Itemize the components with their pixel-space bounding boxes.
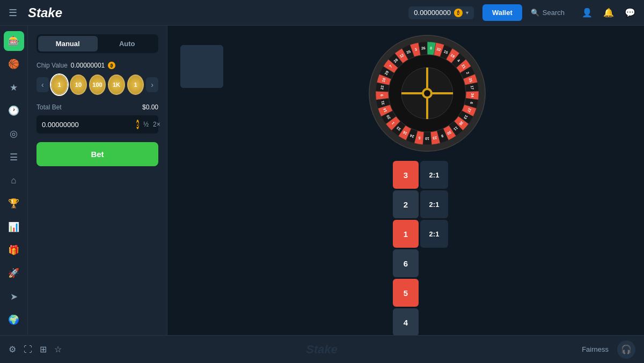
sidebar-item-promotions[interactable]: ◎ [4, 124, 24, 144]
svg-text:0: 0 [430, 46, 433, 50]
trophy-icon: 🏆 [8, 198, 19, 209]
sidebar-item-ranking[interactable]: 📊 [4, 217, 24, 237]
ratio-row2[interactable]: 2:1 [420, 190, 448, 218]
double-button[interactable]: 2× [153, 121, 160, 128]
btc-icon-chip: ₿ [108, 62, 115, 69]
sidebar-item-history[interactable]: 🕐 [4, 101, 24, 121]
ratio-col: 2:1 2:1 2:1 [420, 161, 448, 335]
placeholder-box [180, 45, 223, 88]
stats-icon[interactable]: ⊞ [40, 344, 47, 354]
number-cols: 3216549871211101514131817162120192423222… [393, 161, 419, 335]
roulette-board: 0321519421225173462713361130823105241633… [167, 26, 644, 335]
sidebar-item-send[interactable]: ➤ [4, 286, 24, 306]
sidebar-item-earth[interactable]: 🌍 [4, 310, 24, 330]
bet-input-row: ₿ ½ 2× [36, 115, 158, 134]
footer-logo: Stake [70, 343, 573, 357]
footer: ⚙ ⛶ ⊞ ☆ Stake Fairness 🎧 [0, 335, 644, 363]
btc-icon-input: ₿ [136, 120, 139, 129]
half-button[interactable]: ½ [143, 121, 149, 128]
tab-manual[interactable]: Manual [38, 36, 98, 51]
svg-text:23: 23 [433, 136, 437, 140]
gift-icon: 🎁 [8, 245, 19, 256]
sidebar-item-affiliate[interactable]: ☰ [4, 147, 24, 167]
coin-icon: ₿ [454, 9, 463, 17]
svg-text:34: 34 [471, 93, 474, 98]
balance-dropdown-arrow[interactable]: ▾ [466, 10, 469, 16]
tab-auto[interactable]: Auto [98, 36, 157, 51]
number-grid: 0 32165498712111015141318171621201924232… [363, 161, 448, 335]
fairness-button[interactable]: Fairness [582, 345, 609, 353]
chip-next-button[interactable]: › [146, 77, 158, 92]
svg-text:10: 10 [425, 137, 429, 140]
svg-text:26: 26 [421, 46, 426, 50]
balance-amount: 0.00000000 [414, 9, 451, 17]
headphone-icon: 🎧 [621, 344, 632, 354]
top-area: 0321519421225173462713361130823105241633… [180, 34, 631, 152]
number-cell-5[interactable]: 5 [393, 279, 419, 307]
roulette-wheel: 0321519421225173462713361130823105241633… [368, 34, 486, 152]
number-cell-6[interactable]: 6 [393, 249, 419, 277]
balance-area[interactable]: 0.00000000 ₿ ▾ [408, 6, 474, 19]
number-cell-1[interactable]: 1 [393, 220, 419, 248]
headphone-button[interactable]: 🎧 [617, 340, 635, 359]
sidebar-item-casino[interactable]: 🎰 [4, 31, 24, 51]
sidebar-item-sports[interactable]: 🏀 [4, 54, 24, 74]
bell-icon[interactable]: 🔔 [603, 8, 614, 18]
sports-icon: 🏀 [8, 58, 19, 70]
sidebar: 🎰 🏀 ★ 🕐 ◎ ☰ ⌂ 🏆 📊 🎁 🚀 [0, 26, 28, 335]
history-icon: 🕐 [8, 105, 19, 116]
number-cell-4[interactable]: 4 [393, 308, 419, 335]
game-area: Manual Auto Chip Value 0.00000001 ₿ ‹ 1 … [28, 26, 644, 335]
promotions-icon: ◎ [10, 128, 18, 139]
tab-switcher: Manual Auto [36, 34, 158, 53]
svg-text:22: 22 [380, 85, 384, 90]
sidebar-item-gift[interactable]: 🎁 [4, 240, 24, 260]
number-cell-3[interactable]: 3 [393, 161, 419, 189]
wallet-button[interactable]: Wallet [482, 4, 522, 21]
chip-value-label: Chip Value 0.00000001 ₿ [36, 62, 158, 69]
number-column-1: 654 [393, 249, 419, 335]
casino-icon: 🎰 [8, 35, 19, 47]
svg-text:17: 17 [470, 85, 474, 90]
bet-button[interactable]: Bet [36, 142, 158, 166]
user-icon[interactable]: 👤 [582, 8, 592, 18]
wheel-area: 0321519421225173462713361130823105241633… [223, 34, 631, 152]
hamburger-menu[interactable]: ☰ [9, 7, 17, 19]
ratio-row3[interactable]: 2:1 [420, 220, 448, 248]
footer-icons: ⚙ ⛶ ⊞ ☆ [9, 344, 62, 354]
star-icon: ★ [10, 82, 18, 93]
chip-prev-button[interactable]: ‹ [36, 77, 49, 92]
earth-icon: 🌍 [8, 314, 19, 325]
sidebar-item-home[interactable]: ⌂ [4, 171, 24, 190]
chip-1[interactable]: 1 [51, 75, 68, 95]
svg-point-47 [424, 90, 430, 97]
send-icon: ➤ [10, 291, 18, 302]
total-bet-label: Total Bet [36, 103, 62, 111]
search-area[interactable]: 🔍 Search [531, 9, 565, 17]
chip-100[interactable]: 100 [89, 75, 106, 95]
chip-1k[interactable]: 1K [108, 75, 125, 95]
chat-icon[interactable]: 💬 [625, 8, 635, 18]
sidebar-item-favorites[interactable]: ★ [4, 78, 24, 98]
home-icon: ⌂ [11, 175, 16, 186]
sidebar-item-trophy[interactable]: 🏆 [4, 194, 24, 213]
chip-10[interactable]: 10 [70, 75, 87, 95]
sidebar-item-rocket[interactable]: 🚀 [4, 263, 24, 283]
settings-icon[interactable]: ⚙ [9, 344, 16, 354]
chip-1-alt[interactable]: 1 [127, 75, 144, 95]
fullscreen-icon[interactable]: ⛶ [24, 345, 32, 354]
search-label: Search [543, 9, 565, 17]
search-icon: 🔍 [531, 9, 539, 17]
number-cell-2[interactable]: 2 [393, 190, 419, 218]
svg-text:9: 9 [380, 94, 384, 96]
chip-selector: ‹ 1 10 100 1K 1 › [36, 75, 158, 95]
number-column-0: 321 [393, 161, 419, 248]
ranking-icon: 📊 [8, 221, 19, 233]
bet-input[interactable] [42, 121, 132, 129]
rocket-icon: 🚀 [8, 268, 19, 279]
total-bet-amount: $0.00 [142, 103, 158, 111]
favorite-footer-icon[interactable]: ☆ [54, 344, 62, 354]
ratio-row1[interactable]: 2:1 [420, 161, 448, 189]
chip-value-text: Chip Value [36, 62, 68, 69]
nav-icons: 👤 🔔 💬 [582, 8, 635, 18]
